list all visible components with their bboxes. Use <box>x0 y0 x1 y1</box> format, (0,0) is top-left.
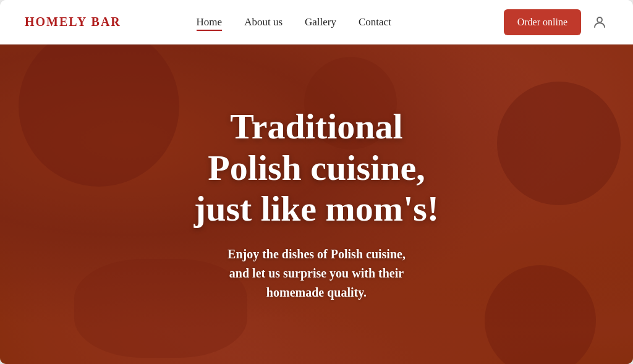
user-account-icon[interactable] <box>591 14 608 31</box>
brand-logo: HOMELY BAR <box>25 15 121 29</box>
hero-content: Traditional Polish cuisine, just like mo… <box>169 94 464 315</box>
hero-title: Traditional Polish cuisine, just like mo… <box>194 106 439 230</box>
hero-subtitle: Enjoy the dishes of Polish cuisine,and l… <box>194 245 439 302</box>
order-online-button[interactable]: Order online <box>504 9 581 35</box>
nav-item-about[interactable]: About us <box>244 16 283 28</box>
nav-item-contact[interactable]: Contact <box>359 16 391 28</box>
hero-section: Traditional Polish cuisine, just like mo… <box>0 44 633 364</box>
nav-item-gallery[interactable]: Gallery <box>305 16 336 28</box>
header-right: Order online <box>504 9 608 35</box>
svg-point-0 <box>597 17 602 22</box>
hero-title-line2: Polish cuisine, <box>208 148 425 188</box>
header: HOMELY BAR Home About us Gallery Contact… <box>0 0 633 44</box>
browser-frame: HOMELY BAR Home About us Gallery Contact… <box>0 0 633 364</box>
main-nav: Home About us Gallery Contact <box>197 16 391 28</box>
hero-title-line1: Traditional <box>230 106 402 146</box>
hero-title-line3: just like mom's! <box>194 188 439 229</box>
nav-item-home[interactable]: Home <box>197 16 223 28</box>
